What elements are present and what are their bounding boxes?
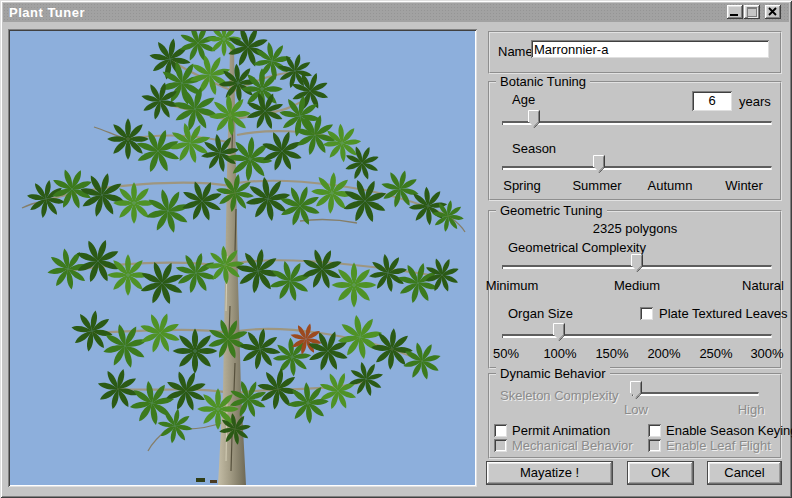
ok-button[interactable]: OK xyxy=(627,461,694,485)
organ-tick-300: 300% xyxy=(750,346,783,361)
organ-tick-250: 250% xyxy=(699,346,732,361)
age-label: Age xyxy=(512,92,535,107)
permit-animation-checkbox[interactable] xyxy=(494,424,507,437)
season-tick-winter: Winter xyxy=(725,178,763,193)
season-tick-spring: Spring xyxy=(503,178,541,193)
enable-season-keying-checkbox[interactable] xyxy=(648,424,661,437)
organ-tick-200: 200% xyxy=(647,346,680,361)
maximize-icon xyxy=(747,7,757,17)
skeleton-complexity-label: Skeleton Complexity xyxy=(500,388,619,403)
organ-size-label: Organ Size xyxy=(508,306,573,321)
mechanical-behavior-label: Mechanical Behavior xyxy=(512,438,633,453)
plant-tuner-dialog: Plant Tuner xyxy=(0,0,792,498)
maximize-button[interactable] xyxy=(744,5,760,19)
complexity-tick-labels: Minimum Medium Natural xyxy=(502,278,772,293)
skeleton-low-label: Low xyxy=(624,402,648,417)
age-slider-track[interactable] xyxy=(502,121,772,125)
skeleton-slider-thumb xyxy=(630,381,642,400)
organ-size-slider-track[interactable] xyxy=(502,334,772,338)
enable-leaf-flight-label: Enable Leaf Flight xyxy=(666,438,771,453)
enable-season-keying-label[interactable]: Enable Season Keying xyxy=(666,423,792,438)
organ-size-tick-labels: 50% 100% 150% 200% 250% 300% xyxy=(502,346,772,361)
skeleton-high-label: High xyxy=(738,402,765,417)
mayatize-button[interactable]: Mayatize ! xyxy=(486,461,613,485)
window-title: Plant Tuner xyxy=(9,5,85,20)
close-icon xyxy=(768,7,777,16)
season-tick-autumn: Autumn xyxy=(648,178,693,193)
age-slider-thumb[interactable] xyxy=(528,110,540,129)
age-unit-label: years xyxy=(739,94,771,109)
botanic-tuning-title: Botanic Tuning xyxy=(496,74,590,89)
tree-preview-viewport[interactable]: .g1{fill:#1d3b0e}.g2{fill:#2b5a15}.g3{fi… xyxy=(8,29,477,487)
season-tick-labels: Spring Summer Autumn Winter xyxy=(502,178,772,193)
close-button[interactable] xyxy=(765,5,781,19)
enable-leaf-flight-checkbox xyxy=(648,439,661,452)
complexity-slider[interactable] xyxy=(502,254,772,274)
cancel-button-label: Cancel xyxy=(724,465,764,480)
skeleton-slider-track xyxy=(632,392,759,396)
season-label: Season xyxy=(512,141,556,156)
organ-size-slider[interactable] xyxy=(502,323,772,343)
tree-preview-image: .g1{fill:#1d3b0e}.g2{fill:#2b5a15}.g3{fi… xyxy=(10,31,475,485)
organ-size-slider-thumb[interactable] xyxy=(553,323,565,342)
mechanical-behavior-checkbox xyxy=(494,439,507,452)
season-slider-thumb[interactable] xyxy=(593,155,605,174)
age-value-field[interactable]: 6 xyxy=(692,91,732,111)
organ-tick-100: 100% xyxy=(543,346,576,361)
season-tick-summer: Summer xyxy=(572,178,621,193)
dynamic-behavior-title: Dynamic Behavior xyxy=(496,366,610,381)
name-group: Name: xyxy=(488,31,782,74)
season-slider-track[interactable] xyxy=(502,166,772,170)
ok-button-label: OK xyxy=(651,465,670,480)
cancel-button[interactable]: Cancel xyxy=(707,461,782,485)
complexity-slider-thumb[interactable] xyxy=(631,254,643,273)
plate-textured-leaves-label[interactable]: Plate Textured Leaves xyxy=(659,306,787,321)
geometric-tuning-title: Geometric Tuning xyxy=(496,203,607,218)
geometric-tuning-group: Geometric Tuning 2325 polygons Geometric… xyxy=(488,210,782,369)
botanic-tuning-group: Botanic Tuning Age 6 years Season xyxy=(488,81,782,201)
complexity-tick-minimum: Minimum xyxy=(486,278,539,293)
plate-textured-leaves-checkbox[interactable] xyxy=(640,307,653,320)
skeleton-complexity-slider xyxy=(632,381,759,401)
dynamic-behavior-group: Dynamic Behavior Skeleton Complexity Low… xyxy=(488,373,782,459)
minimize-icon xyxy=(730,14,738,16)
geometrical-complexity-label: Geometrical Complexity xyxy=(508,240,646,255)
mayatize-button-label: Mayatize ! xyxy=(520,465,579,480)
complexity-tick-natural: Natural xyxy=(742,278,784,293)
age-slider[interactable] xyxy=(502,110,772,130)
name-input[interactable] xyxy=(531,40,769,58)
organ-tick-150: 150% xyxy=(595,346,628,361)
season-slider[interactable] xyxy=(502,155,772,175)
minimize-button[interactable] xyxy=(727,5,743,19)
polygon-count-label: 2325 polygons xyxy=(593,221,678,236)
permit-animation-label[interactable]: Permit Animation xyxy=(512,423,610,438)
age-value: 6 xyxy=(708,93,715,108)
title-bar[interactable]: Plant Tuner xyxy=(3,3,789,22)
complexity-tick-medium: Medium xyxy=(614,278,660,293)
organ-tick-50: 50% xyxy=(493,346,519,361)
